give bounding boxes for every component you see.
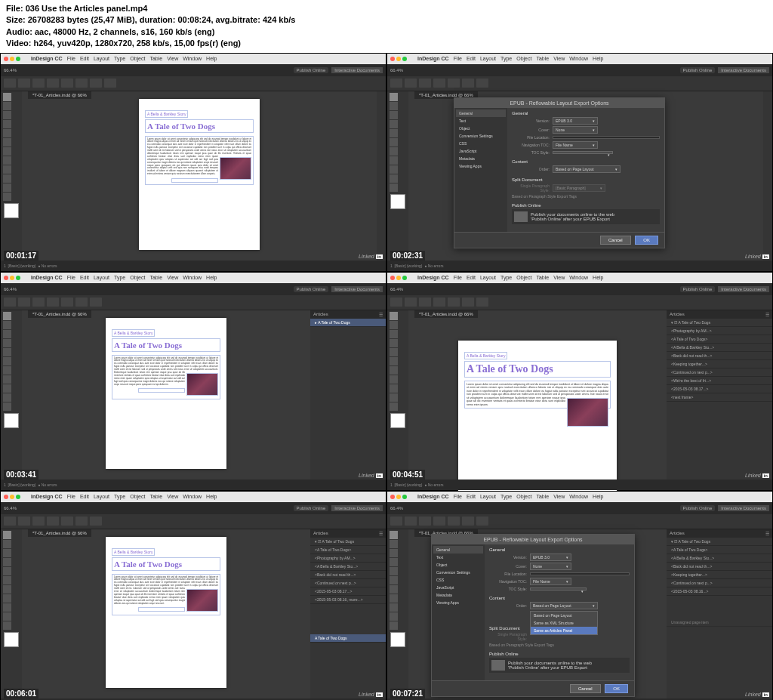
article-image <box>220 157 251 180</box>
thumbnail-4: InDesign CCFileEditLayoutTypeObjectTable… <box>386 272 773 491</box>
ok-button[interactable]: OK <box>635 236 658 245</box>
cancel-button[interactable]: Cancel <box>570 684 601 693</box>
thumbnail-5: InDesign CCFileEditLayoutTypeObjectTable… <box>0 491 386 700</box>
thumbnail-6: InDesign CCFileEditLayoutTypeObjectTable… <box>386 491 773 700</box>
document-canvas[interactable]: *T-01_Articles.indd @ 66% A Bella & Bark… <box>22 91 377 262</box>
app-topbar: 66.4% Publish OnlineInteractive Document… <box>1 64 386 76</box>
articles-panel[interactable]: Articles☰ ▸ A Tale of Two Dogs <box>310 310 386 481</box>
publish-icon <box>514 211 528 222</box>
os-menubar: InDesign CC FileEditLayoutTypeObjectTabl… <box>1 54 386 64</box>
thumbnail-grid: InDesign CC FileEditLayoutTypeObjectTabl… <box>0 53 773 700</box>
order-dropdown-open[interactable]: Based on Page Layout <box>530 602 598 609</box>
cancel-button[interactable]: Cancel <box>600 236 631 245</box>
thumbnail-1: InDesign CC FileEditLayoutTypeObjectTabl… <box>0 53 386 272</box>
nav-toc-dropdown[interactable]: File Name <box>553 141 598 149</box>
timestamp: 00:01:17 <box>4 251 38 261</box>
file-location-field[interactable] <box>553 136 660 139</box>
order-option[interactable]: Based on Page Layout <box>531 612 597 619</box>
fill-stroke-swatch[interactable] <box>4 203 19 218</box>
articles-panel[interactable]: Articles☰ ▾ ☑ A Tale of Two Dogs <A Tale… <box>310 529 386 700</box>
tools-panel[interactable] <box>1 91 22 262</box>
version-dropdown[interactable]: EPUB 3.0 <box>553 117 598 125</box>
article-item-selected[interactable]: A Tale of Two Dogs <box>310 634 386 643</box>
file-info-header: File: 036 Use the Articles panel.mp4 Siz… <box>0 0 773 53</box>
collapsed-panels[interactable] <box>377 91 386 262</box>
article-item[interactable]: ▸ A Tale of Two Dogs <box>310 319 386 327</box>
thumbnail-3: InDesign CCFileEditLayoutTypeObjectTable… <box>0 272 386 491</box>
dialog-title: EPUB - Reflowable Layout Export Options <box>454 98 664 108</box>
order-dropdown[interactable]: Based on Page Layout <box>553 165 621 173</box>
thumbnail-2: InDesign CCFileEditLayoutTypeObjectTable… <box>386 53 773 272</box>
articles-panel[interactable]: Articles☰ ▾ ☑ A Tale of Two Dogs <Photog… <box>667 310 772 481</box>
articles-panel[interactable]: Articles☰ ▾ ☑ A Tale of Two Dogs <A Tale… <box>667 529 772 700</box>
linkedin-watermark: Linked in <box>359 254 383 259</box>
document-tab[interactable]: *T-01_Articles.indd @ 66% <box>28 91 91 99</box>
status-bar: 1 [Basic] (working) ● No errors <box>1 261 386 271</box>
article-sub-item[interactable]: <Photography by AM...> <box>667 327 772 335</box>
dialog-sidebar[interactable]: General Text Object Conversion Settings … <box>454 108 507 232</box>
publish-online-button[interactable]: Publish Online <box>294 67 329 73</box>
ok-button[interactable]: OK <box>605 684 628 693</box>
unassigned-label: Unassigned page item <box>667 618 772 627</box>
panel-menu-icon[interactable]: ☰ <box>379 312 383 317</box>
article-root[interactable]: ▾ ☑ A Tale of Two Dogs <box>667 319 772 327</box>
control-bar[interactable] <box>1 76 386 91</box>
epub-export-dialog: EPUB - Reflowable Layout Export Options … <box>454 97 665 248</box>
document-page: A Bella & Barkley Story A Tale of Two Do… <box>139 99 260 250</box>
cover-dropdown[interactable]: None <box>553 126 598 134</box>
toc-style-dropdown[interactable] <box>553 151 613 154</box>
epub-export-dialog: EPUB - Reflowable Layout Export Options … <box>431 534 635 697</box>
